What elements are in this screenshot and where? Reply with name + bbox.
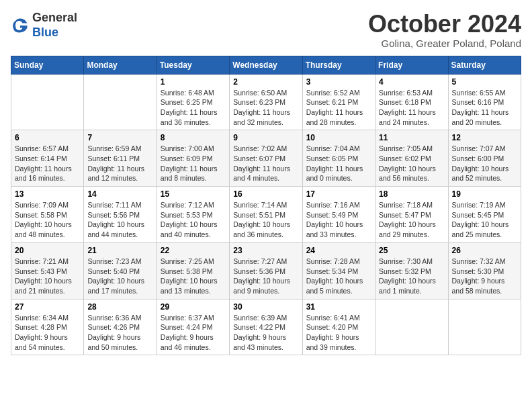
- day-detail: Sunrise: 6:41 AMSunset: 4:20 PMDaylight:…: [306, 313, 371, 353]
- day-number: 5: [452, 77, 517, 87]
- day-detail: Sunrise: 6:50 AMSunset: 6:23 PMDaylight:…: [233, 88, 298, 128]
- day-detail: Sunrise: 7:00 AMSunset: 6:09 PMDaylight:…: [161, 144, 226, 183]
- day-detail: Sunrise: 6:52 AMSunset: 6:21 PMDaylight:…: [306, 88, 371, 128]
- day-detail: Sunrise: 7:09 AMSunset: 5:58 PMDaylight:…: [15, 200, 80, 240]
- logo: General Blue: [11, 11, 77, 40]
- calendar-cell: 11Sunrise: 7:05 AMSunset: 6:02 PMDayligh…: [375, 130, 448, 187]
- day-number: 20: [15, 246, 80, 255]
- day-number: 25: [379, 246, 444, 255]
- day-detail: Sunrise: 7:18 AMSunset: 5:47 PMDaylight:…: [379, 200, 444, 240]
- calendar-cell: 15Sunrise: 7:12 AMSunset: 5:53 PMDayligh…: [157, 187, 229, 243]
- calendar-cell: 4Sunrise: 6:53 AMSunset: 6:18 PMDaylight…: [375, 74, 448, 130]
- day-detail: Sunrise: 7:19 AMSunset: 5:45 PMDaylight:…: [452, 200, 517, 240]
- calendar-cell: 13Sunrise: 7:09 AMSunset: 5:58 PMDayligh…: [11, 187, 84, 243]
- logo-icon: [11, 16, 30, 35]
- day-number: 8: [161, 133, 226, 142]
- title-block: October 2024 Golina, Greater Poland, Pol…: [368, 11, 521, 49]
- calendar-cell: 21Sunrise: 7:23 AMSunset: 5:40 PMDayligh…: [84, 242, 157, 299]
- calendar-cell: 14Sunrise: 7:11 AMSunset: 5:56 PMDayligh…: [84, 187, 157, 243]
- calendar-cell: 3Sunrise: 6:52 AMSunset: 6:21 PMDaylight…: [302, 74, 375, 130]
- day-number: 9: [233, 133, 298, 142]
- day-detail: Sunrise: 6:39 AMSunset: 4:22 PMDaylight:…: [233, 313, 298, 353]
- day-detail: Sunrise: 6:53 AMSunset: 6:18 PMDaylight:…: [379, 88, 444, 128]
- calendar-cell: 6Sunrise: 6:57 AMSunset: 6:14 PMDaylight…: [11, 130, 84, 187]
- day-detail: Sunrise: 7:28 AMSunset: 5:34 PMDaylight:…: [306, 257, 371, 296]
- day-number: 16: [233, 189, 298, 199]
- weekday-header-saturday: Saturday: [448, 56, 521, 74]
- calendar-cell: 27Sunrise: 6:34 AMSunset: 4:28 PMDayligh…: [11, 299, 84, 355]
- calendar-cell: 31Sunrise: 6:41 AMSunset: 4:20 PMDayligh…: [302, 299, 375, 355]
- day-number: 18: [379, 189, 444, 199]
- weekday-header-friday: Friday: [375, 56, 448, 74]
- day-number: 3: [306, 77, 371, 87]
- calendar-cell: 29Sunrise: 6:37 AMSunset: 4:24 PMDayligh…: [157, 299, 229, 355]
- day-detail: Sunrise: 6:48 AMSunset: 6:25 PMDaylight:…: [161, 88, 226, 128]
- calendar-table: SundayMondayTuesdayWednesdayThursdayFrid…: [11, 56, 521, 356]
- day-number: 30: [233, 302, 298, 312]
- day-detail: Sunrise: 6:37 AMSunset: 4:24 PMDaylight:…: [161, 313, 226, 353]
- calendar-cell: 16Sunrise: 7:14 AMSunset: 5:51 PMDayligh…: [230, 187, 302, 243]
- calendar-cell: 28Sunrise: 6:36 AMSunset: 4:26 PMDayligh…: [84, 299, 157, 355]
- calendar-cell: 26Sunrise: 7:32 AMSunset: 5:30 PMDayligh…: [448, 242, 521, 299]
- day-number: 11: [379, 133, 444, 142]
- day-detail: Sunrise: 7:12 AMSunset: 5:53 PMDaylight:…: [161, 200, 226, 240]
- month-title: October 2024: [368, 11, 521, 38]
- day-number: 17: [306, 189, 371, 199]
- weekday-header-thursday: Thursday: [302, 56, 375, 74]
- day-number: 15: [161, 189, 226, 199]
- logo-general-text: General: [32, 11, 77, 24]
- day-detail: Sunrise: 7:05 AMSunset: 6:02 PMDaylight:…: [379, 144, 444, 183]
- calendar-week-3: 13Sunrise: 7:09 AMSunset: 5:58 PMDayligh…: [11, 187, 521, 243]
- weekday-header-sunday: Sunday: [11, 56, 84, 74]
- calendar-cell: [448, 299, 521, 355]
- day-detail: Sunrise: 7:11 AMSunset: 5:56 PMDaylight:…: [87, 200, 152, 240]
- day-number: 12: [452, 133, 517, 142]
- weekday-header-monday: Monday: [84, 56, 157, 74]
- logo-blue-text: Blue: [32, 26, 58, 39]
- day-detail: Sunrise: 7:23 AMSunset: 5:40 PMDaylight:…: [87, 257, 152, 296]
- calendar-week-4: 20Sunrise: 7:21 AMSunset: 5:43 PMDayligh…: [11, 242, 521, 299]
- day-detail: Sunrise: 7:16 AMSunset: 5:49 PMDaylight:…: [306, 200, 371, 240]
- day-detail: Sunrise: 7:30 AMSunset: 5:32 PMDaylight:…: [379, 257, 444, 296]
- day-number: 29: [161, 302, 226, 312]
- day-detail: Sunrise: 7:02 AMSunset: 6:07 PMDaylight:…: [233, 144, 298, 183]
- day-number: 10: [306, 133, 371, 142]
- day-number: 7: [87, 133, 152, 142]
- calendar-cell: [11, 74, 84, 130]
- weekday-header-row: SundayMondayTuesdayWednesdayThursdayFrid…: [11, 56, 521, 74]
- day-detail: Sunrise: 7:25 AMSunset: 5:38 PMDaylight:…: [161, 257, 226, 296]
- calendar-cell: 25Sunrise: 7:30 AMSunset: 5:32 PMDayligh…: [375, 242, 448, 299]
- day-detail: Sunrise: 7:32 AMSunset: 5:30 PMDaylight:…: [452, 257, 517, 296]
- day-number: 13: [15, 189, 80, 199]
- calendar-cell: 8Sunrise: 7:00 AMSunset: 6:09 PMDaylight…: [157, 130, 229, 187]
- day-number: 28: [87, 302, 152, 312]
- day-number: 31: [306, 302, 371, 312]
- calendar-cell: 9Sunrise: 7:02 AMSunset: 6:07 PMDaylight…: [230, 130, 302, 187]
- calendar-cell: 12Sunrise: 7:07 AMSunset: 6:00 PMDayligh…: [448, 130, 521, 187]
- calendar-cell: 18Sunrise: 7:18 AMSunset: 5:47 PMDayligh…: [375, 187, 448, 243]
- day-detail: Sunrise: 7:04 AMSunset: 6:05 PMDaylight:…: [306, 144, 371, 183]
- calendar-cell: 30Sunrise: 6:39 AMSunset: 4:22 PMDayligh…: [230, 299, 302, 355]
- day-detail: Sunrise: 6:55 AMSunset: 6:16 PMDaylight:…: [452, 88, 517, 128]
- day-number: 21: [87, 246, 152, 255]
- calendar-cell: 7Sunrise: 6:59 AMSunset: 6:11 PMDaylight…: [84, 130, 157, 187]
- day-detail: Sunrise: 6:57 AMSunset: 6:14 PMDaylight:…: [15, 144, 80, 183]
- day-number: 14: [87, 189, 152, 199]
- day-detail: Sunrise: 7:14 AMSunset: 5:51 PMDaylight:…: [233, 200, 298, 240]
- calendar-cell: 23Sunrise: 7:27 AMSunset: 5:36 PMDayligh…: [230, 242, 302, 299]
- day-number: 2: [233, 77, 298, 87]
- calendar-cell: 20Sunrise: 7:21 AMSunset: 5:43 PMDayligh…: [11, 242, 84, 299]
- page-header: General Blue October 2024 Golina, Greate…: [11, 11, 521, 49]
- day-detail: Sunrise: 6:36 AMSunset: 4:26 PMDaylight:…: [87, 313, 152, 353]
- day-number: 27: [15, 302, 80, 312]
- calendar-cell: 24Sunrise: 7:28 AMSunset: 5:34 PMDayligh…: [302, 242, 375, 299]
- calendar-cell: 10Sunrise: 7:04 AMSunset: 6:05 PMDayligh…: [302, 130, 375, 187]
- day-detail: Sunrise: 6:59 AMSunset: 6:11 PMDaylight:…: [87, 144, 152, 183]
- day-number: 26: [452, 246, 517, 255]
- location-text: Golina, Greater Poland, Poland: [368, 38, 521, 49]
- day-detail: Sunrise: 6:34 AMSunset: 4:28 PMDaylight:…: [15, 313, 80, 353]
- day-detail: Sunrise: 7:27 AMSunset: 5:36 PMDaylight:…: [233, 257, 298, 296]
- calendar-cell: [375, 299, 448, 355]
- calendar-week-1: 1Sunrise: 6:48 AMSunset: 6:25 PMDaylight…: [11, 74, 521, 130]
- day-number: 4: [379, 77, 444, 87]
